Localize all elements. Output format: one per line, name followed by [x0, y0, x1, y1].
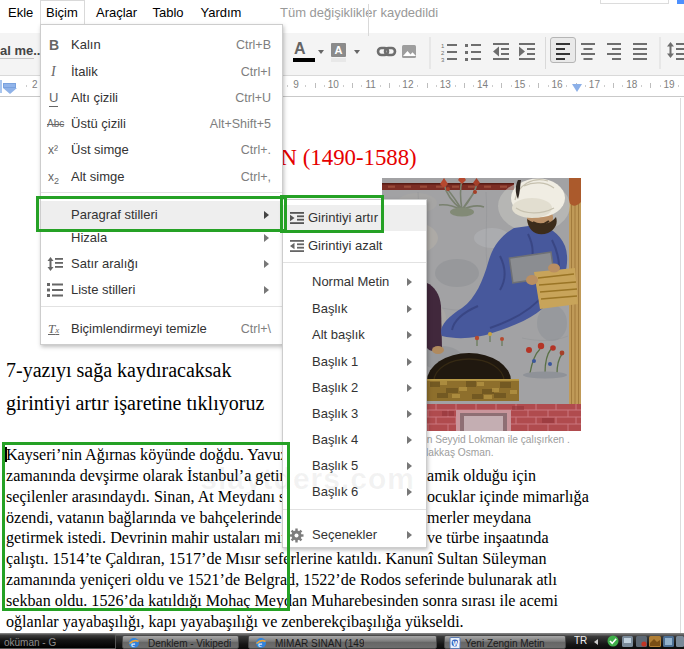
- svg-text:e: e: [131, 639, 135, 649]
- svg-text:3: 3: [441, 57, 445, 63]
- svg-text:2: 2: [441, 50, 445, 56]
- svg-text:e: e: [258, 639, 262, 649]
- svg-text:1: 1: [441, 43, 445, 49]
- svg-text:W: W: [453, 640, 460, 647]
